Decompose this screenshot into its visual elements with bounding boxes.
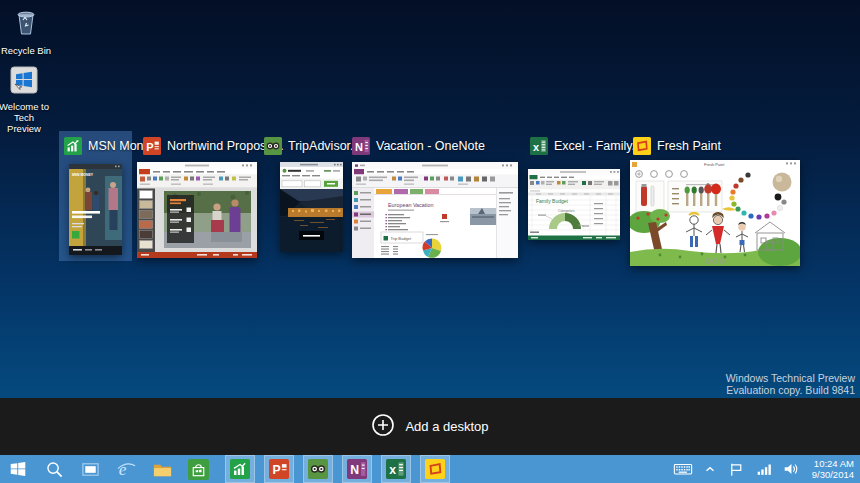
svg-text:x: x <box>389 463 396 477</box>
task-view-tile-onenote[interactable]: N Vacation - OneNote <box>346 131 518 261</box>
add-desktop-button[interactable]: Add a desktop <box>371 413 488 440</box>
add-desktop-label: Add a desktop <box>405 419 488 434</box>
fresh-paint-icon <box>425 459 445 479</box>
msn-money-icon <box>64 137 82 155</box>
tile-title: Vacation - OneNote <box>376 139 485 153</box>
msn-money-icon <box>230 459 250 479</box>
recycle-bin-desktop-icon[interactable]: Recycle Bin <box>0 6 54 56</box>
msn-money-thumbnail[interactable]: MSN MONEY <box>69 164 122 255</box>
task-view-icon <box>81 460 100 479</box>
clock-time: 10:24 AM <box>812 458 854 469</box>
action-center-button[interactable] <box>727 459 747 479</box>
svg-text:Family Budget: Family Budget <box>536 198 569 204</box>
taskbar-clock[interactable]: 10:24 AM 9/30/2014 <box>808 458 854 480</box>
fresh-paint-icon <box>633 137 651 155</box>
task-view-tile-excel[interactable]: x Excel - Family... <box>524 131 628 243</box>
taskbar-fresh-paint-button[interactable] <box>420 455 450 483</box>
powerpoint-thumbnail[interactable] <box>137 162 257 258</box>
flag-icon <box>728 461 745 478</box>
excel-icon: x <box>386 459 406 479</box>
powerpoint-icon: P <box>143 137 161 155</box>
file-explorer-button[interactable] <box>150 455 174 483</box>
svg-text:N: N <box>350 463 359 477</box>
tripadvisor-thumbnail[interactable] <box>280 162 343 252</box>
touch-keyboard-button[interactable] <box>673 459 693 479</box>
taskbar: e <box>0 455 860 483</box>
tile-title: Fresh Paint <box>657 139 721 153</box>
search-button[interactable] <box>42 455 66 483</box>
onenote-icon: N <box>352 137 370 155</box>
svg-text:P: P <box>146 141 153 153</box>
excel-icon: x <box>530 137 548 155</box>
taskbar-running-apps: P N <box>216 455 450 483</box>
tripadvisor-icon <box>264 137 282 155</box>
svg-text:Fresh Paint: Fresh Paint <box>704 162 725 167</box>
build-watermark: Windows Technical Preview Evaluation cop… <box>726 373 855 396</box>
svg-text:N: N <box>355 141 363 153</box>
system-tray: 10:24 AM 9/30/2014 <box>673 455 860 483</box>
fresh-paint-thumbnail[interactable]: Fresh Paint <box>630 160 800 266</box>
onenote-thumbnail[interactable]: European Vacation <box>352 162 518 258</box>
taskbar-tripadvisor-button[interactable] <box>303 455 333 483</box>
internet-explorer-button[interactable]: e <box>114 455 138 483</box>
task-view-button[interactable] <box>78 455 102 483</box>
svg-text:MSN MONEY: MSN MONEY <box>72 173 94 177</box>
svg-text:x: x <box>533 141 540 153</box>
network-button[interactable] <box>754 459 774 479</box>
plus-circle-icon <box>371 413 395 440</box>
svg-text:e: e <box>118 460 126 479</box>
welcome-tech-preview-icon <box>0 66 52 98</box>
recycle-bin-label: Recycle Bin <box>0 45 54 56</box>
svg-text:Trip Budget: Trip Budget <box>391 236 412 241</box>
start-button[interactable] <box>6 455 30 483</box>
excel-thumbnail[interactable]: Family Budget Categories <box>528 169 620 240</box>
welcome-label: Welcome to Tech Preview <box>0 101 52 134</box>
network-signal-icon <box>755 460 773 478</box>
taskbar-excel-button[interactable]: x <box>381 455 411 483</box>
tripadvisor-icon <box>308 459 328 479</box>
windows-task-view-screen: Recycle Bin Welcome to Tech Preview <box>0 0 860 483</box>
show-hidden-icons-button[interactable] <box>700 459 720 479</box>
task-view-tile-msn-money[interactable]: MSN Mon... MSN MONEY <box>59 131 132 261</box>
welcome-desktop-icon[interactable]: Welcome to Tech Preview <box>0 66 52 134</box>
volume-button[interactable] <box>781 459 801 479</box>
taskbar-msn-money-button[interactable] <box>225 455 255 483</box>
file-explorer-icon <box>152 459 173 480</box>
store-button[interactable] <box>186 455 210 483</box>
search-icon <box>45 460 64 479</box>
powerpoint-icon: P <box>269 459 289 479</box>
touch-keyboard-icon <box>673 459 693 479</box>
svg-text:Categories: Categories <box>558 209 575 213</box>
task-view-tile-tripadvisor[interactable]: TripAdvisor... <box>258 131 350 256</box>
chevron-up-icon <box>703 462 717 476</box>
task-view-tile-powerpoint[interactable]: P Northwind Proposa... <box>137 131 261 261</box>
windows-logo-icon <box>8 459 28 479</box>
svg-text:P: P <box>273 463 281 477</box>
onenote-icon: N <box>347 459 367 479</box>
internet-explorer-icon: e <box>116 459 137 480</box>
store-icon <box>188 459 209 480</box>
recycle-bin-icon <box>0 6 54 42</box>
clock-date: 9/30/2014 <box>812 469 854 480</box>
speaker-icon <box>782 460 800 478</box>
svg-text:European Vacation: European Vacation <box>388 202 433 208</box>
task-view-tile-fresh-paint[interactable]: Fresh Paint Fresh Paint <box>627 131 805 269</box>
add-desktop-bar: Add a desktop <box>0 398 860 455</box>
taskbar-powerpoint-button[interactable]: P <box>264 455 294 483</box>
taskbar-onenote-button[interactable]: N <box>342 455 372 483</box>
